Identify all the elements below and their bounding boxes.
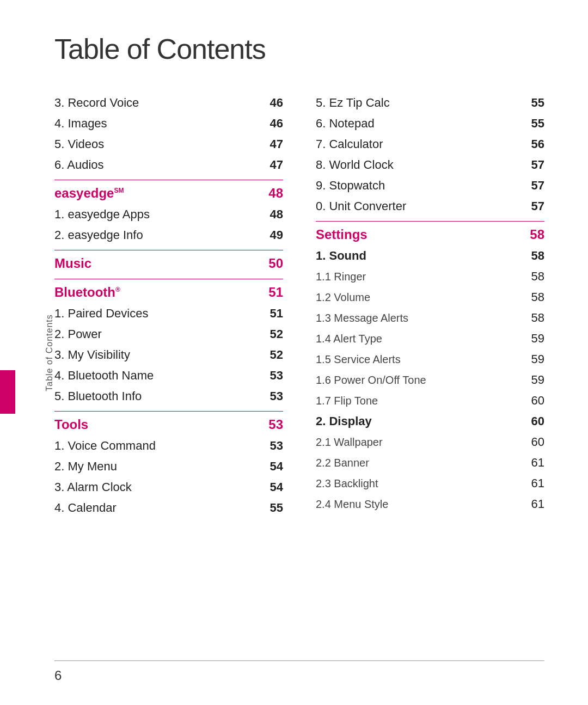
entry-label: 5. Bluetooth Info [54, 389, 261, 403]
content-area: 3. Record Voice464. Images465. Videos476… [54, 93, 544, 518]
left-tab-decoration [0, 370, 15, 414]
toc-entry: 5. Bluetooth Info53 [54, 386, 283, 407]
section-label: Music [54, 256, 91, 271]
toc-entry: 2. Power52 [54, 324, 283, 345]
toc-entry: 0. Unit Converter57 [316, 196, 544, 217]
toc-sub-entry: 1.5 Service Alerts59 [316, 349, 544, 370]
entry-page: 56 [523, 137, 544, 151]
entry-label: 2. My Menu [54, 459, 261, 474]
entry-page: 47 [261, 137, 283, 151]
toc-sub-entry: 2.3 Backlight61 [316, 473, 544, 494]
entry-label: 1. Sound [316, 249, 523, 263]
toc-entry: 3. My Visibility52 [54, 345, 283, 365]
entry-page: 54 [261, 480, 283, 494]
toc-entry: 9. Stopwatch57 [316, 175, 544, 196]
toc-entry: 8. World Clock57 [316, 155, 544, 175]
toc-entry: 6. Notepad55 [316, 113, 544, 134]
entry-label: 1.6 Power On/Off Tone [316, 374, 523, 387]
bottom-divider [54, 660, 544, 661]
toc-entry: 2. My Menu54 [54, 456, 283, 477]
toc-sub-entry: 1.4 Alert Type59 [316, 328, 544, 349]
entry-label: 9. Stopwatch [316, 179, 523, 193]
entry-page: 54 [261, 459, 283, 474]
entry-page: 53 [261, 439, 283, 453]
entry-label: 0. Unit Converter [316, 199, 523, 213]
entry-page: 57 [523, 199, 544, 213]
toc-sub-entry: 1.1 Ringer58 [316, 266, 544, 287]
entry-page: 58 [523, 290, 544, 304]
entry-page: 51 [261, 285, 283, 300]
entry-page: 53 [261, 369, 283, 383]
section-header: Music50 [54, 250, 283, 274]
entry-label: 1.2 Volume [316, 291, 523, 304]
entry-page: 60 [523, 435, 544, 449]
entry-label: 5. Videos [54, 137, 261, 151]
entry-page: 59 [523, 373, 544, 387]
section-label: Bluetooth® [54, 285, 120, 300]
entry-page: 46 [261, 117, 283, 131]
toc-entry: 4. Calendar55 [54, 498, 283, 518]
section-label: easyedgeSM [54, 186, 124, 201]
entry-label: 8. World Clock [316, 158, 523, 172]
entry-label: 1.3 Message Alerts [316, 312, 523, 324]
toc-entry: 4. Images46 [54, 113, 283, 134]
entry-label: 1. Paired Devices [54, 306, 261, 321]
entry-label: 2. Display [316, 414, 523, 428]
section-label: Settings [316, 227, 367, 242]
entry-label: 3. Alarm Clock [54, 480, 261, 494]
entry-page: 58 [523, 269, 544, 284]
toc-entry: 2. Display60 [316, 411, 544, 432]
toc-sub-entry: 1.7 Flip Tone60 [316, 390, 544, 411]
page-number: 6 [54, 668, 62, 683]
entry-page: 53 [261, 417, 283, 432]
toc-entry: 3. Record Voice46 [54, 93, 283, 113]
toc-entry: 1. Paired Devices51 [54, 303, 283, 324]
entry-label: 7. Calculator [316, 137, 523, 151]
entry-label: 1. Voice Command [54, 439, 261, 453]
entry-page: 57 [523, 158, 544, 172]
entry-page: 57 [523, 179, 544, 193]
entry-page: 58 [523, 311, 544, 325]
toc-entry: 5. Videos47 [54, 134, 283, 155]
page-container: Table of Contents Table of Contents 3. R… [0, 0, 588, 705]
toc-sub-entry: 2.1 Wallpaper60 [316, 432, 544, 452]
entry-page: 59 [523, 352, 544, 366]
sidebar-label: Table of Contents [45, 314, 54, 391]
entry-label: 2.2 Banner [316, 457, 523, 469]
toc-entry: 2. easyedge Info49 [54, 225, 283, 246]
entry-label: 6. Audios [54, 158, 261, 172]
toc-entry: 1. Sound58 [316, 246, 544, 266]
entry-page: 52 [261, 327, 283, 341]
entry-label: 2. easyedge Info [54, 228, 261, 242]
entry-page: 61 [523, 476, 544, 491]
entry-page: 60 [523, 394, 544, 408]
entry-page: 59 [523, 332, 544, 346]
entry-label: 1.5 Service Alerts [316, 353, 523, 366]
entry-page: 49 [261, 228, 283, 242]
entry-label: 2. Power [54, 327, 261, 341]
entry-label: 3. Record Voice [54, 96, 261, 110]
entry-label: 3. My Visibility [54, 348, 261, 362]
toc-sub-entry: 2.4 Menu Style61 [316, 494, 544, 514]
entry-label: 2.3 Backlight [316, 477, 523, 490]
entry-page: 46 [261, 96, 283, 110]
section-header: Settings58 [316, 221, 544, 246]
toc-sub-entry: 1.3 Message Alerts58 [316, 308, 544, 328]
entry-page: 48 [261, 186, 283, 201]
entry-page: 52 [261, 348, 283, 362]
toc-entry: 3. Alarm Clock54 [54, 477, 283, 498]
superscript: SM [114, 187, 124, 194]
entry-label: 4. Images [54, 117, 261, 131]
superscript: ® [115, 286, 120, 293]
toc-entry: 5. Ez Tip Calc55 [316, 93, 544, 113]
toc-sub-entry: 2.2 Banner61 [316, 452, 544, 473]
toc-entry: 7. Calculator56 [316, 134, 544, 155]
entry-label: 5. Ez Tip Calc [316, 96, 523, 110]
entry-label: 1.1 Ringer [316, 271, 523, 283]
section-header: Bluetooth®51 [54, 279, 283, 303]
entry-page: 55 [523, 96, 544, 110]
toc-entry: 4. Bluetooth Name53 [54, 365, 283, 386]
toc-sub-entry: 1.2 Volume58 [316, 287, 544, 308]
section-header: Tools53 [54, 411, 283, 436]
entry-page: 51 [261, 306, 283, 321]
